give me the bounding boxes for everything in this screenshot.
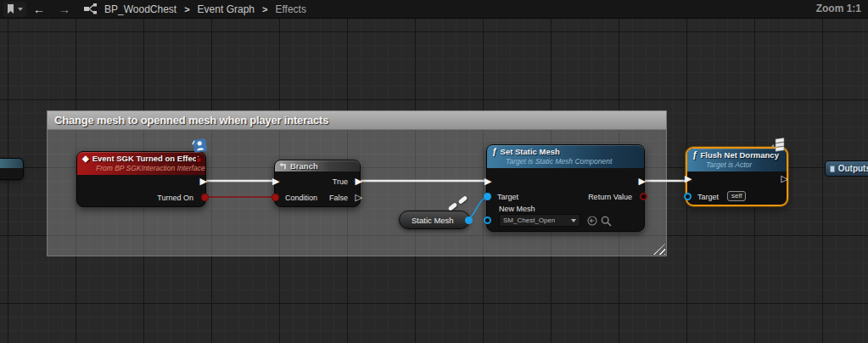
back-button[interactable]: ←: [26, 2, 52, 17]
net-dormancy-stack-icon: [769, 138, 787, 156]
event-node-header: ◈ Event SGK Turned on Effect From BP SGK…: [77, 152, 205, 175]
forward-button[interactable]: →: [52, 2, 77, 17]
true-exec-pin[interactable]: ▶: [356, 177, 362, 186]
partial-node-header: [0, 159, 23, 168]
node-set-static-mesh[interactable]: ƒ Set Static Mesh Target is Static Mesh …: [486, 144, 645, 232]
return-value-pin-label: Return Value: [588, 193, 632, 201]
event-graph-canvas[interactable]: Change mesh to openned mesh when player …: [0, 19, 868, 343]
target-pin-label: Target: [697, 193, 719, 201]
outputs-label: Outputs: [838, 164, 868, 173]
use-selected-asset-icon[interactable]: [587, 216, 597, 226]
exec-out-pin[interactable]: ▶: [200, 177, 207, 186]
outputs-icon: [830, 166, 835, 172]
graph-toolbar: ← → BP_WoodChest > Event Graph > Effects…: [0, 0, 868, 19]
static-mesh-output-pin[interactable]: [465, 216, 473, 224]
return-value-pin[interactable]: [640, 193, 647, 200]
flush-net-dormancy-title: Flush Net Dormancy: [701, 150, 779, 160]
exec-in-pin[interactable]: ▶: [484, 177, 491, 186]
node-branch[interactable]: Branch ▶ True ▶ Condition False ▷: [274, 160, 361, 207]
chevron-down-icon: [571, 219, 576, 222]
exec-in-pin[interactable]: ▶: [685, 174, 692, 183]
branch-icon: [279, 162, 287, 170]
false-exec-pin[interactable]: ▷: [356, 193, 362, 202]
graph-icon: [84, 3, 98, 14]
function-icon: ƒ: [492, 147, 497, 156]
new-mesh-asset-dropdown[interactable]: SM_Chest_Open: [499, 214, 580, 227]
exec-in-pin[interactable]: ▶: [272, 177, 279, 186]
event-node-subtitle: From BP SGKInteraction Interface: [96, 164, 200, 172]
node-event-sgk-turned-on-effect[interactable]: ◈ Event SGK Turned on Effect From BP SGK…: [76, 151, 206, 207]
turned-on-pin[interactable]: [201, 194, 209, 201]
static-mesh-var-label: Static Mesh: [412, 216, 454, 225]
target-pin-label: Target: [497, 193, 518, 201]
set-static-mesh-header: ƒ Set Static Mesh Target is Static Mesh …: [487, 145, 644, 168]
event-icon: ◈: [82, 154, 89, 163]
condition-pin-label: Condition: [285, 194, 317, 202]
partial-node-left[interactable]: [0, 158, 24, 180]
target-self-default: self: [727, 191, 746, 201]
breadcrumb-separator-icon: >: [178, 4, 195, 14]
exec-out-pin[interactable]: ▷: [781, 174, 788, 183]
bookmark-icon: [7, 4, 14, 14]
set-static-mesh-title: Set Static Mesh: [501, 147, 560, 156]
new-mesh-pin[interactable]: [484, 216, 491, 224]
flush-net-dormancy-subtitle: Target is Actor: [706, 160, 781, 169]
event-node-title: Event SGK Turned on Effect: [92, 154, 200, 163]
node-outputs[interactable]: Outputs: [825, 160, 868, 177]
branch-node-title: Branch: [290, 161, 318, 171]
breadcrumb-event-graph[interactable]: Event Graph: [196, 3, 256, 15]
delegate-pin[interactable]: [196, 157, 202, 163]
set-static-mesh-subtitle: Target is Static Mesh Component: [506, 157, 639, 166]
breadcrumb: BP_WoodChest > Event Graph > Effects: [103, 3, 308, 15]
target-pin[interactable]: [684, 193, 692, 200]
condition-pin[interactable]: [272, 194, 279, 201]
new-mesh-asset-value: SM_Chest_Open: [503, 216, 555, 224]
interface-actor-icon: [192, 138, 208, 153]
function-icon: ƒ: [692, 150, 697, 160]
blueprint-editor: ← → BP_WoodChest > Event Graph > Effects…: [0, 0, 868, 343]
branch-node-header: Branch: [275, 160, 360, 172]
false-pin-label: False: [329, 194, 348, 202]
zoom-level-indicator: Zoom 1:1: [816, 3, 861, 14]
node-static-mesh-getter[interactable]: Static Mesh: [399, 211, 470, 229]
breadcrumb-separator-icon: >: [256, 4, 273, 14]
breadcrumb-blueprint[interactable]: BP_WoodChest: [103, 3, 178, 15]
bookmark-button[interactable]: [3, 2, 26, 17]
turned-on-pin-label: Turned On: [157, 194, 193, 202]
new-mesh-pin-label: New Mesh: [499, 205, 535, 213]
chevron-down-icon: [18, 8, 23, 11]
true-pin-label: True: [333, 177, 348, 186]
exec-out-pin[interactable]: ▶: [639, 177, 646, 186]
browse-to-asset-icon[interactable]: [601, 216, 612, 227]
breadcrumb-effects[interactable]: Effects: [273, 3, 307, 15]
target-pin[interactable]: [484, 193, 491, 200]
